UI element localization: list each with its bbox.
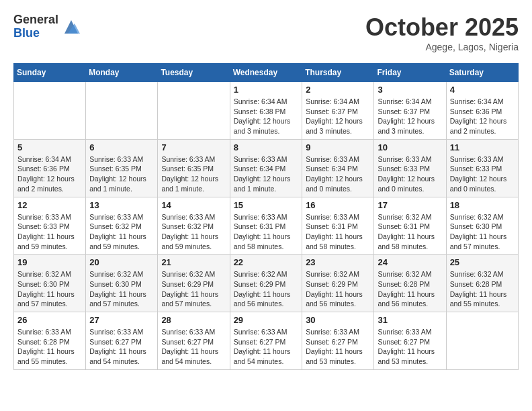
day-number: 16	[306, 200, 370, 210]
day-info: Sunrise: 6:33 AM Sunset: 6:27 PM Dayligh…	[234, 327, 299, 367]
calendar-cell: 15Sunrise: 6:33 AM Sunset: 6:31 PM Dayli…	[230, 197, 302, 255]
day-info: Sunrise: 6:33 AM Sunset: 6:32 PM Dayligh…	[161, 212, 226, 252]
day-number: 24	[378, 257, 442, 267]
calendar-cell: 26Sunrise: 6:33 AM Sunset: 6:28 PM Dayli…	[14, 312, 86, 370]
day-info: Sunrise: 6:33 AM Sunset: 6:27 PM Dayligh…	[161, 327, 226, 367]
day-info: Sunrise: 6:32 AM Sunset: 6:28 PM Dayligh…	[378, 269, 442, 309]
day-info: Sunrise: 6:32 AM Sunset: 6:30 PM Dayligh…	[17, 269, 82, 309]
day-header-friday: Friday	[374, 64, 446, 82]
day-info: Sunrise: 6:32 AM Sunset: 6:29 PM Dayligh…	[161, 269, 226, 309]
logo-general: General	[13, 13, 58, 27]
day-number: 18	[450, 200, 515, 210]
day-number: 3	[378, 85, 442, 95]
day-number: 2	[306, 85, 370, 95]
calendar-cell: 20Sunrise: 6:32 AM Sunset: 6:30 PM Dayli…	[86, 255, 158, 312]
day-number: 19	[17, 257, 82, 267]
day-header-sunday: Sunday	[14, 64, 86, 82]
calendar-cell: 29Sunrise: 6:33 AM Sunset: 6:27 PM Dayli…	[230, 312, 302, 370]
logo-text: General Blue	[13, 13, 58, 40]
day-number: 31	[378, 315, 442, 325]
day-info: Sunrise: 6:33 AM Sunset: 6:27 PM Dayligh…	[378, 327, 442, 367]
day-info: Sunrise: 6:32 AM Sunset: 6:30 PM Dayligh…	[450, 212, 515, 252]
day-header-wednesday: Wednesday	[230, 64, 302, 82]
month-title: October 2025	[365, 13, 519, 42]
calendar-cell: 31Sunrise: 6:33 AM Sunset: 6:27 PM Dayli…	[374, 312, 446, 370]
page-header: General Blue October 2025 Agege, Lagos, …	[13, 13, 519, 52]
day-info: Sunrise: 6:32 AM Sunset: 6:30 PM Dayligh…	[89, 269, 154, 309]
day-number: 21	[161, 257, 226, 267]
calendar-cell: 30Sunrise: 6:33 AM Sunset: 6:27 PM Dayli…	[302, 312, 374, 370]
calendar-week-row: 12Sunrise: 6:33 AM Sunset: 6:33 PM Dayli…	[14, 197, 519, 255]
calendar-cell: 11Sunrise: 6:33 AM Sunset: 6:33 PM Dayli…	[446, 139, 518, 197]
calendar-cell: 28Sunrise: 6:33 AM Sunset: 6:27 PM Dayli…	[158, 312, 230, 370]
calendar-cell: 13Sunrise: 6:33 AM Sunset: 6:32 PM Dayli…	[86, 197, 158, 255]
calendar-cell: 23Sunrise: 6:32 AM Sunset: 6:29 PM Dayli…	[302, 255, 374, 312]
calendar-week-row: 19Sunrise: 6:32 AM Sunset: 6:30 PM Dayli…	[14, 255, 519, 312]
day-info: Sunrise: 6:34 AM Sunset: 6:37 PM Dayligh…	[378, 97, 442, 136]
calendar-cell: 16Sunrise: 6:33 AM Sunset: 6:31 PM Dayli…	[302, 197, 374, 255]
calendar-cell: 10Sunrise: 6:33 AM Sunset: 6:33 PM Dayli…	[374, 139, 446, 197]
day-info: Sunrise: 6:33 AM Sunset: 6:33 PM Dayligh…	[378, 154, 442, 194]
calendar-week-row: 26Sunrise: 6:33 AM Sunset: 6:28 PM Dayli…	[14, 312, 519, 370]
calendar-cell: 1Sunrise: 6:34 AM Sunset: 6:38 PM Daylig…	[230, 82, 302, 140]
day-number: 25	[450, 257, 515, 267]
day-number: 29	[234, 315, 299, 325]
day-info: Sunrise: 6:32 AM Sunset: 6:28 PM Dayligh…	[450, 269, 515, 309]
day-number: 17	[378, 200, 442, 210]
day-info: Sunrise: 6:32 AM Sunset: 6:29 PM Dayligh…	[306, 269, 370, 309]
calendar-table: SundayMondayTuesdayWednesdayThursdayFrid…	[13, 63, 519, 370]
title-block: October 2025 Agege, Lagos, Nigeria	[365, 13, 519, 52]
calendar-cell: 25Sunrise: 6:32 AM Sunset: 6:28 PM Dayli…	[446, 255, 518, 312]
calendar-cell: 17Sunrise: 6:32 AM Sunset: 6:31 PM Dayli…	[374, 197, 446, 255]
day-info: Sunrise: 6:34 AM Sunset: 6:36 PM Dayligh…	[450, 97, 515, 136]
day-header-saturday: Saturday	[446, 64, 518, 82]
calendar-cell: 9Sunrise: 6:33 AM Sunset: 6:34 PM Daylig…	[302, 139, 374, 197]
day-info: Sunrise: 6:33 AM Sunset: 6:34 PM Dayligh…	[234, 154, 299, 194]
day-header-thursday: Thursday	[302, 64, 374, 82]
day-info: Sunrise: 6:33 AM Sunset: 6:31 PM Dayligh…	[306, 212, 370, 252]
calendar-cell	[86, 82, 158, 140]
day-header-tuesday: Tuesday	[158, 64, 230, 82]
day-info: Sunrise: 6:34 AM Sunset: 6:38 PM Dayligh…	[234, 97, 299, 136]
day-number: 23	[306, 257, 370, 267]
calendar-cell: 18Sunrise: 6:32 AM Sunset: 6:30 PM Dayli…	[446, 197, 518, 255]
day-info: Sunrise: 6:33 AM Sunset: 6:33 PM Dayligh…	[450, 154, 515, 194]
day-info: Sunrise: 6:33 AM Sunset: 6:35 PM Dayligh…	[161, 154, 226, 194]
day-number: 9	[306, 142, 370, 152]
day-number: 7	[161, 142, 226, 152]
calendar-cell: 14Sunrise: 6:33 AM Sunset: 6:32 PM Dayli…	[158, 197, 230, 255]
day-number: 14	[161, 200, 226, 210]
day-number: 5	[17, 142, 82, 152]
day-info: Sunrise: 6:34 AM Sunset: 6:37 PM Dayligh…	[306, 97, 370, 136]
day-number: 1	[234, 85, 299, 95]
logo-blue: Blue	[13, 27, 58, 40]
calendar-week-row: 5Sunrise: 6:34 AM Sunset: 6:36 PM Daylig…	[14, 139, 519, 197]
day-info: Sunrise: 6:33 AM Sunset: 6:35 PM Dayligh…	[89, 154, 154, 194]
calendar-cell: 12Sunrise: 6:33 AM Sunset: 6:33 PM Dayli…	[14, 197, 86, 255]
day-number: 8	[234, 142, 299, 152]
calendar-cell	[14, 82, 86, 140]
day-number: 30	[306, 315, 370, 325]
calendar-week-row: 1Sunrise: 6:34 AM Sunset: 6:38 PM Daylig…	[14, 82, 519, 140]
day-info: Sunrise: 6:33 AM Sunset: 6:33 PM Dayligh…	[17, 212, 82, 252]
day-number: 10	[378, 142, 442, 152]
calendar-cell	[446, 312, 518, 370]
calendar-cell: 27Sunrise: 6:33 AM Sunset: 6:27 PM Dayli…	[86, 312, 158, 370]
day-info: Sunrise: 6:34 AM Sunset: 6:36 PM Dayligh…	[17, 154, 82, 194]
day-number: 15	[234, 200, 299, 210]
day-number: 22	[234, 257, 299, 267]
day-info: Sunrise: 6:33 AM Sunset: 6:27 PM Dayligh…	[89, 327, 154, 367]
calendar-header-row: SundayMondayTuesdayWednesdayThursdayFrid…	[14, 64, 519, 82]
calendar-cell: 8Sunrise: 6:33 AM Sunset: 6:34 PM Daylig…	[230, 139, 302, 197]
day-number: 11	[450, 142, 515, 152]
day-info: Sunrise: 6:33 AM Sunset: 6:32 PM Dayligh…	[89, 212, 154, 252]
day-info: Sunrise: 6:33 AM Sunset: 6:28 PM Dayligh…	[17, 327, 82, 367]
calendar-cell: 7Sunrise: 6:33 AM Sunset: 6:35 PM Daylig…	[158, 139, 230, 197]
day-number: 12	[17, 200, 82, 210]
calendar-cell	[158, 82, 230, 140]
day-number: 13	[89, 200, 154, 210]
calendar-cell: 22Sunrise: 6:32 AM Sunset: 6:29 PM Dayli…	[230, 255, 302, 312]
calendar-cell: 3Sunrise: 6:34 AM Sunset: 6:37 PM Daylig…	[374, 82, 446, 140]
day-number: 6	[89, 142, 154, 152]
day-info: Sunrise: 6:33 AM Sunset: 6:31 PM Dayligh…	[234, 212, 299, 252]
